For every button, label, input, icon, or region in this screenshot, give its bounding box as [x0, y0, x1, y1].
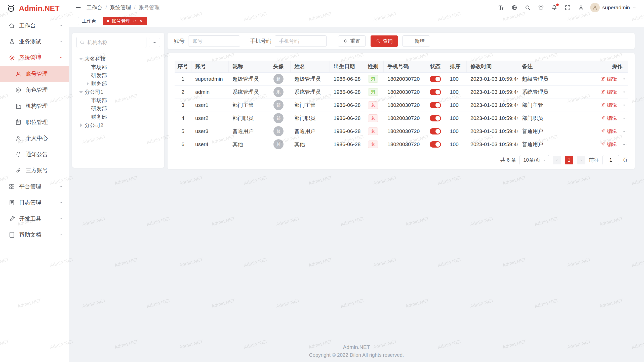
caret-down-icon[interactable]	[78, 56, 85, 62]
tree-node[interactable]: 财务部	[76, 113, 160, 121]
sidebar-item-role-management[interactable]: 角色管理	[0, 82, 69, 98]
main-panel: 账号 手机号码 重置 查询 新增	[168, 33, 635, 169]
header-font-size-icon[interactable]	[498, 5, 504, 11]
breadcrumb-item-system[interactable]: 系统管理	[110, 4, 131, 11]
reset-label: 重置	[350, 38, 360, 44]
tab-refresh-icon[interactable]	[133, 19, 137, 23]
sidebar-item-personal-center[interactable]: 个人中心	[0, 130, 69, 146]
column-header-phone[interactable]: 手机号码	[383, 61, 425, 72]
status-toggle[interactable]	[430, 141, 441, 148]
caret-down-icon[interactable]	[78, 89, 85, 95]
tree-node[interactable]: 分公司2	[76, 121, 160, 129]
account-input[interactable]	[188, 35, 240, 47]
sidebar-item-help-docs[interactable]: 帮助文档	[0, 227, 69, 243]
app-logo[interactable]: Admin.NET	[0, 0, 69, 17]
header-theme-icon[interactable]	[538, 5, 544, 11]
column-header-remark[interactable]: 备注	[518, 61, 596, 72]
sidebar-item-platform-management[interactable]: 平台管理	[0, 178, 69, 195]
goto-page-input[interactable]	[602, 155, 619, 165]
tab-close-icon[interactable]	[139, 19, 143, 23]
tab-account-management[interactable]: 账号管理	[103, 17, 147, 25]
tree-node[interactable]: 研发部	[76, 104, 160, 113]
page-button-1[interactable]: 1	[565, 156, 573, 164]
org-search-input[interactable]	[76, 37, 146, 48]
header-bell-icon[interactable]	[551, 5, 557, 11]
tree-node[interactable]: 市场部	[76, 96, 160, 104]
tree-node[interactable]: 大名科技	[76, 55, 160, 63]
sidebar-item-system-management[interactable]: 系统管理	[0, 50, 69, 66]
column-header-order[interactable]: 排序	[446, 61, 466, 72]
row-more-button[interactable]	[622, 129, 627, 134]
sidebar-item-third-party-account[interactable]: 三方账号	[0, 162, 69, 178]
caret-right-icon[interactable]	[78, 122, 85, 128]
column-header-status[interactable]: 状态	[425, 61, 446, 72]
edit-button[interactable]: 编辑	[600, 76, 617, 82]
tree-node[interactable]: 市场部	[76, 63, 160, 71]
tree-node[interactable]: 研发部	[76, 71, 160, 79]
footer-copyright: Copyright © 2022 Dilon All rights reserv…	[69, 352, 644, 358]
reset-button[interactable]: 重置	[338, 35, 366, 47]
tab-workbench[interactable]: 工作台	[78, 17, 100, 25]
edit-button[interactable]: 编辑	[600, 128, 617, 135]
user-menu[interactable]: superadmin	[590, 3, 636, 12]
header-user-icon[interactable]	[578, 5, 584, 11]
prev-page-button[interactable]	[553, 156, 561, 164]
menu-item-label: 工作台	[19, 22, 36, 29]
sidebar-item-workbench[interactable]: 工作台	[0, 18, 69, 34]
user-icon	[15, 71, 22, 77]
edit-button[interactable]: 编辑	[600, 89, 617, 96]
tree-caret-placeholder	[85, 97, 91, 104]
sidebar-item-org-management[interactable]: 机构管理	[0, 98, 69, 114]
pagination-total: 共 6 条	[500, 157, 516, 163]
row-more-button[interactable]	[622, 116, 627, 121]
header-search-icon[interactable]	[525, 5, 531, 11]
cell-status	[425, 72, 446, 85]
tree-node[interactable]: 财务部	[76, 79, 160, 88]
column-header-avatar[interactable]: 头像	[267, 61, 290, 72]
add-button[interactable]: 新增	[403, 35, 430, 47]
column-header-birth-date[interactable]: 出生日期	[330, 61, 363, 72]
caret-right-icon[interactable]	[85, 80, 91, 87]
column-header-index[interactable]: 序号	[175, 61, 191, 72]
goto-label: 前往	[589, 157, 599, 163]
next-page-button[interactable]	[577, 156, 585, 164]
column-header-name[interactable]: 姓名	[290, 61, 330, 72]
column-header-gender[interactable]: 性别	[363, 61, 383, 72]
sidebar-item-account-management[interactable]: 账号管理	[0, 66, 69, 82]
status-toggle[interactable]	[430, 76, 441, 82]
sidebar-item-log-management[interactable]: 日志管理	[0, 195, 69, 211]
menu-icon[interactable]	[75, 4, 82, 11]
edit-button[interactable]: 编辑	[600, 115, 617, 122]
column-header-modified-time[interactable]: 修改时间	[466, 61, 518, 72]
user-avatar: 超	[273, 74, 284, 84]
header-fullscreen-icon[interactable]	[565, 5, 571, 11]
page-size-select[interactable]: 10条/页	[519, 155, 549, 165]
column-header-account[interactable]: 账号	[191, 61, 228, 72]
active-tab-dot-icon	[107, 20, 109, 22]
search-button[interactable]: 查询	[371, 35, 398, 47]
tree-caret-placeholder	[85, 64, 91, 70]
cell-account: user1	[191, 99, 228, 112]
row-more-button[interactable]	[622, 89, 627, 95]
sidebar-item-business-test[interactable]: 业务测试	[0, 34, 69, 50]
tree-more-button[interactable]	[149, 38, 160, 47]
breadcrumb-item-workbench[interactable]: 工作台	[87, 4, 102, 11]
tree-node[interactable]: 分公司1	[76, 88, 160, 96]
sidebar-item-dev-tools[interactable]: 开发工具	[0, 211, 69, 227]
sidebar-item-position-management[interactable]: 职位管理	[0, 114, 69, 130]
column-header-nickname[interactable]: 昵称	[228, 61, 267, 72]
status-toggle[interactable]	[430, 128, 441, 134]
phone-input[interactable]	[275, 35, 327, 47]
header-language-icon[interactable]	[511, 5, 517, 11]
row-more-button[interactable]	[622, 76, 627, 81]
status-toggle[interactable]	[430, 102, 441, 108]
row-more-button[interactable]	[622, 142, 627, 147]
edit-button[interactable]: 编辑	[600, 102, 617, 109]
sidebar-item-notice-announcement[interactable]: 通知公告	[0, 146, 69, 162]
status-toggle[interactable]	[430, 115, 441, 121]
edit-button[interactable]: 编辑	[600, 141, 617, 148]
status-toggle[interactable]	[430, 89, 441, 95]
column-header-actions[interactable]: 操作	[596, 61, 628, 72]
row-more-button[interactable]	[622, 103, 627, 108]
menu-item-label: 系统管理	[19, 54, 41, 62]
